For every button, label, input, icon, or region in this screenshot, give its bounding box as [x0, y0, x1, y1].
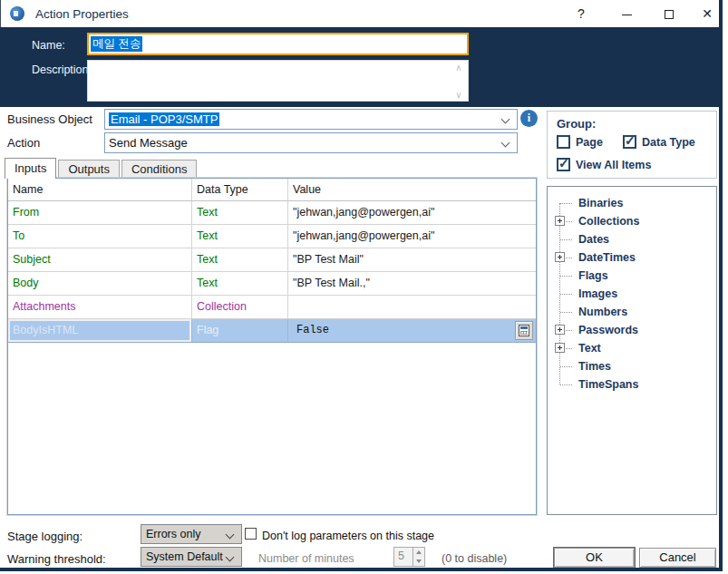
- expand-plus-icon[interactable]: [555, 252, 565, 262]
- table-row-body[interactable]: Body Text "BP Test Mail.,": [8, 272, 536, 296]
- expand-plus-icon[interactable]: [555, 343, 565, 353]
- minutes-value: 5: [398, 550, 404, 562]
- tree-item-dates[interactable]: Dates: [548, 230, 716, 248]
- checkbox-page[interactable]: Page: [557, 135, 603, 149]
- tree-item-timespans[interactable]: TimeSpans: [548, 375, 716, 394]
- warning-threshold-dropdown[interactable]: System Default: [141, 547, 242, 567]
- cell-value[interactable]: "BP Test Mail.,": [288, 272, 536, 295]
- minutes-label: Number of minutes: [258, 552, 354, 565]
- tree-item-label: Passwords: [578, 324, 638, 336]
- cell-name[interactable]: From: [8, 201, 192, 224]
- tree-item-images[interactable]: Images: [548, 285, 716, 303]
- dont-log-checkbox[interactable]: [245, 528, 257, 540]
- description-input[interactable]: ∧ ∨: [87, 60, 469, 102]
- tab-bar: Inputs Outputs Conditions: [5, 158, 199, 179]
- tree-item-label: Images: [578, 287, 617, 300]
- cell-name[interactable]: Body: [8, 272, 192, 295]
- chevron-down-icon[interactable]: [226, 530, 235, 540]
- tree-item-label: Times: [578, 360, 611, 373]
- tree-item-collections[interactable]: Collections: [548, 212, 716, 230]
- window-right-border: [719, 0, 723, 571]
- cell-name[interactable]: Attachments: [8, 296, 192, 318]
- cell-datatype: Flag: [192, 319, 288, 342]
- chevron-down-icon[interactable]: [226, 553, 235, 562]
- tree-item-label: Binaries: [578, 197, 623, 209]
- tree-item-binaries[interactable]: Binaries: [548, 194, 716, 212]
- name-input-selected-text: 메일 전송: [91, 36, 142, 52]
- table-row-to[interactable]: To Text "jehwan,jang@powergen,ai": [8, 225, 536, 248]
- checkbox-view-all-items[interactable]: View All Items: [557, 158, 651, 171]
- spinner-down-icon[interactable]: [416, 559, 422, 563]
- tree-item-label: TimeSpans: [578, 378, 638, 391]
- chevron-down-icon[interactable]: [501, 115, 510, 124]
- cell-value[interactable]: "jehwan,jang@powergen,ai": [288, 201, 536, 224]
- cell-value[interactable]: [288, 296, 536, 318]
- checkbox-view-all-items-box[interactable]: [557, 158, 570, 171]
- window-bottom-border: [0, 568, 723, 571]
- expand-plus-icon[interactable]: [555, 216, 565, 226]
- cell-datatype: Text: [192, 248, 288, 271]
- help-button[interactable]: ?: [568, 0, 595, 27]
- tab-conditions[interactable]: Conditions: [121, 160, 197, 179]
- tab-outputs[interactable]: Outputs: [58, 160, 120, 179]
- scroll-up-icon[interactable]: ∧: [455, 63, 461, 73]
- dont-log-label: Don't log parameters on this stage: [262, 530, 434, 542]
- window-title: Action Properties: [35, 7, 129, 21]
- stage-logging-value: Errors only: [146, 528, 200, 540]
- maximize-button[interactable]: [655, 0, 683, 27]
- table-row-attachments[interactable]: Attachments Collection: [8, 296, 536, 319]
- spinner-arrows[interactable]: [413, 548, 424, 566]
- spinner-up-icon[interactable]: [416, 550, 422, 554]
- column-header-name[interactable]: Name: [8, 179, 192, 200]
- tree-item-numbers[interactable]: Numbers: [548, 303, 716, 321]
- checkbox-data-type-box[interactable]: [623, 135, 636, 149]
- checkbox-data-type-label: Data Type: [642, 136, 695, 149]
- checkbox-page-box[interactable]: [557, 135, 570, 149]
- inputs-table: Name Data Type Value From Text "jehwan,j…: [7, 178, 537, 515]
- stage-logging-dropdown[interactable]: Errors only: [141, 524, 242, 544]
- tab-inputs[interactable]: Inputs: [5, 158, 56, 179]
- action-properties-dialog: Action Properties ? ✕ Name: Description:…: [0, 0, 728, 574]
- scroll-down-icon[interactable]: ∨: [452, 90, 465, 100]
- checkbox-page-label: Page: [576, 136, 603, 149]
- cell-name[interactable]: Subject: [8, 248, 192, 271]
- expand-plus-icon[interactable]: [555, 325, 565, 335]
- maximize-icon: [665, 10, 674, 19]
- chevron-down-icon[interactable]: [501, 139, 510, 148]
- column-header-value[interactable]: Value: [288, 179, 536, 200]
- business-object-dropdown[interactable]: Email - POP3/SMTP: [104, 109, 518, 130]
- cancel-button[interactable]: Cancel: [639, 548, 716, 568]
- tree-item-label: DateTimes: [578, 251, 636, 264]
- table-row-from[interactable]: From Text "jehwan,jang@powergen,ai": [8, 201, 536, 225]
- minimize-icon: [622, 15, 632, 15]
- info-icon[interactable]: i: [520, 110, 538, 127]
- column-header-datatype[interactable]: Data Type: [192, 179, 288, 200]
- business-object-label: Business Object: [7, 112, 92, 126]
- cell-datatype: Text: [192, 272, 288, 295]
- table-row-bodyishtml[interactable]: BodyIsHTML Flag False: [8, 319, 536, 343]
- checkbox-data-type[interactable]: Data Type: [623, 135, 695, 149]
- minutes-spinner[interactable]: 5: [393, 547, 425, 567]
- minimize-button[interactable]: [613, 0, 640, 27]
- close-button[interactable]: ✕: [694, 0, 721, 27]
- cell-name[interactable]: To: [8, 225, 192, 248]
- cell-value[interactable]: "BP Test Mail": [288, 248, 536, 271]
- expression-editor-button[interactable]: [515, 321, 533, 340]
- tree-item-datetimes[interactable]: DateTimes: [548, 248, 716, 267]
- tree-item-flags[interactable]: Flags: [548, 267, 716, 285]
- name-input[interactable]: 메일 전송: [87, 33, 469, 55]
- description-scrollbar[interactable]: ∧ ∨: [452, 63, 465, 100]
- tree-item-label: Flags: [578, 269, 608, 282]
- cell-datatype: Text: [192, 201, 288, 224]
- table-row-subject[interactable]: Subject Text "BP Test Mail": [8, 248, 536, 272]
- ok-button[interactable]: OK: [554, 548, 635, 568]
- cell-name-editing[interactable]: BodyIsHTML: [8, 319, 192, 342]
- action-label: Action: [7, 136, 40, 150]
- tree-item-passwords[interactable]: Passwords: [548, 321, 716, 339]
- cell-value[interactable]: False: [288, 319, 536, 342]
- cell-value[interactable]: "jehwan,jang@powergen,ai": [288, 225, 536, 248]
- action-dropdown[interactable]: Send Message: [104, 132, 518, 153]
- blueprism-action-icon: [10, 6, 24, 21]
- tree-item-times[interactable]: Times: [548, 357, 716, 375]
- tree-item-text[interactable]: Text: [548, 339, 716, 357]
